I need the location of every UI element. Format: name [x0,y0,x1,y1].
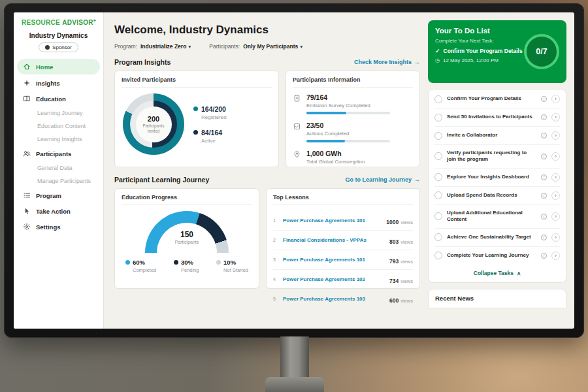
lesson-rank: 4 [273,277,278,282]
info-icon: i [541,193,547,199]
todo-next-task[interactable]: ✓ Confirm Your Program Details [435,48,523,54]
chevron-right-icon[interactable]: › [551,173,560,182]
sidebar-item-insights[interactable]: Insights [14,75,103,91]
location-pin-icon [293,150,301,159]
lesson-link[interactable]: Power Purchase Agreements 103 [283,296,385,302]
collapse-tasks-button[interactable]: Collapse Tasks ∧ [434,265,560,282]
task-checkbox[interactable] [434,95,442,103]
lesson-views: 803views [389,235,413,246]
logo-plus: + [93,18,96,23]
task-checkbox[interactable] [434,114,442,122]
chevron-right-icon[interactable]: › [551,252,560,260]
sidebar-item-general-data[interactable]: General Data [14,161,103,174]
task-row-verify-participants[interactable]: Verify participants requesting to join t… [434,145,560,169]
stat-actions-completed: 23/50 Actions Completed [293,122,413,142]
sidebar-item-participants[interactable]: Participants [14,146,103,161]
participants-filter-value: Only My Participants [243,43,298,50]
info-icon: i [541,114,547,120]
lesson-rank: 3 [273,257,278,262]
chevron-right-icon[interactable]: › [551,233,560,242]
sidebar: RESOURCE ADVISOR+ Industry Dynamics Spon… [14,12,104,329]
sidebar-item-learning-journey[interactable]: Learning Journey [14,106,103,120]
task-checkbox[interactable] [434,132,442,140]
chevron-right-icon[interactable]: › [551,152,560,161]
learning-journey-header: Participant Learning Journey Go to Learn… [114,176,420,184]
todo-title: Your To Do List [435,27,523,35]
todo-task-list: Confirm Your Program Details i › Send 50… [428,89,566,283]
views-value: 600 [389,297,399,304]
todo-due: ◷ 12 May 2025, 12:00 PM [435,57,523,63]
link-label: Go to Learning Journey [345,176,412,183]
task-label: Verify participants requesting to join t… [447,150,536,163]
task-row-confirm-program[interactable]: Confirm Your Program Details i › [434,90,560,108]
sidebar-item-label: Insights [36,80,59,87]
education-gauge-center: 150 Participants [145,230,229,244]
info-icon: i [541,214,547,220]
task-row-invite-collaborator[interactable]: Invite a Collaborator i › [434,127,560,145]
go-to-learning-journey-link[interactable]: Go to Learning Journey → [345,176,420,183]
chevron-right-icon[interactable]: › [551,131,560,140]
task-checkbox[interactable] [434,252,442,259]
lesson-link[interactable]: Power Purchase Agreements 101 [283,218,382,223]
todo-next-task-label: Confirm Your Program Details [444,48,523,54]
progress-bar-fill [306,112,346,114]
lesson-views: 1000views [386,215,413,227]
task-checkbox[interactable] [434,212,442,220]
lesson-link[interactable]: Power Purchase Agreements 101 [283,257,385,263]
active-value: 84/164 [201,129,222,137]
sidebar-item-take-action[interactable]: Take Action [14,203,103,219]
card-title: Education Progress [122,194,252,205]
lesson-link[interactable]: Power Purchase Agreements 102 [283,276,385,282]
participants-filter-label: Participants: [209,43,240,50]
sidebar-item-manage-participants[interactable]: Manage Participants [14,174,103,188]
app-logo: RESOURCE ADVISOR+ [14,18,103,29]
info-icon: i [541,154,547,159]
task-checkbox[interactable] [434,233,442,241]
task-row-send-invitations[interactable]: Send 50 Invitations to Participants i › [434,108,560,127]
check-more-insights-link[interactable]: Check More Insights → [354,59,420,65]
todo-subtitle: Complete Your Next Task: [435,38,523,44]
task-row-upload-spend-data[interactable]: Upload Spend Data Records i › [434,187,560,205]
task-label: Explore Your Insights Dashboard [447,174,536,180]
participants-filter[interactable]: Participants:Only My Participants▾ [209,43,302,50]
chevron-right-icon[interactable]: › [551,113,560,122]
sidebar-item-program[interactable]: Program [14,188,103,203]
program-filter-label: Program: [114,43,137,50]
sidebar-item-learning-insights[interactable]: Learning Insights [14,133,103,146]
views-value: 803 [389,238,399,245]
sidebar-item-label: Program [36,192,61,199]
chevron-right-icon[interactable]: › [551,95,560,103]
lesson-link[interactable]: Financial Considerations - VPPAs [283,237,385,243]
sidebar-item-education-content[interactable]: Education Content [14,120,103,133]
check-square-icon: ✓ [435,48,440,54]
learning-cards-row: Education Progress 150 Participants 60% … [114,188,420,289]
invited-center-label: Participants Invited [139,123,169,133]
task-checkbox[interactable] [434,152,442,160]
sidebar-item-settings[interactable]: Settings [14,219,103,235]
task-row-explore-insights[interactable]: Explore Your Insights Dashboard i › [434,169,560,187]
task-checkbox[interactable] [434,173,442,181]
task-label: Achieve One Sustainability Target [447,234,536,240]
stat-label: Total Global Consumption [306,159,365,165]
lesson-row: 4 Power Purchase Agreements 102 734views [273,270,413,289]
chevron-right-icon[interactable]: › [551,212,560,221]
not-started-dot [216,260,221,265]
sidebar-item-label: Home [36,63,53,71]
progress-bar [306,140,390,142]
task-checkbox[interactable] [434,191,442,199]
chevron-right-icon[interactable]: › [551,191,560,200]
task-row-achieve-target[interactable]: Achieve One Sustainability Target i › [434,229,560,247]
lesson-rank: 2 [273,238,278,242]
sidebar-item-home[interactable]: Home [17,59,100,74]
filter-bar: Program:Industrialize Zero▾ Participants… [114,43,420,50]
legend-item-completed: 60% Completed [125,259,156,273]
legend-item-registered: 164/200 Registered [193,105,227,120]
task-row-complete-learning-journey[interactable]: Complete Your Learning Journey i › [434,247,560,265]
sidebar-nav: Home Insights Education Learning Journey… [14,58,103,235]
program-filter[interactable]: Program:Industrialize Zero▾ [114,43,191,50]
org-name: Industry Dynamics [14,32,103,39]
sidebar-item-education[interactable]: Education [14,91,103,106]
education-gauge-wrap: 150 Participants [145,211,229,253]
registered-label: Registered [201,114,227,120]
task-row-upload-educational-content[interactable]: Upload Additional Educational Content i … [434,205,560,229]
